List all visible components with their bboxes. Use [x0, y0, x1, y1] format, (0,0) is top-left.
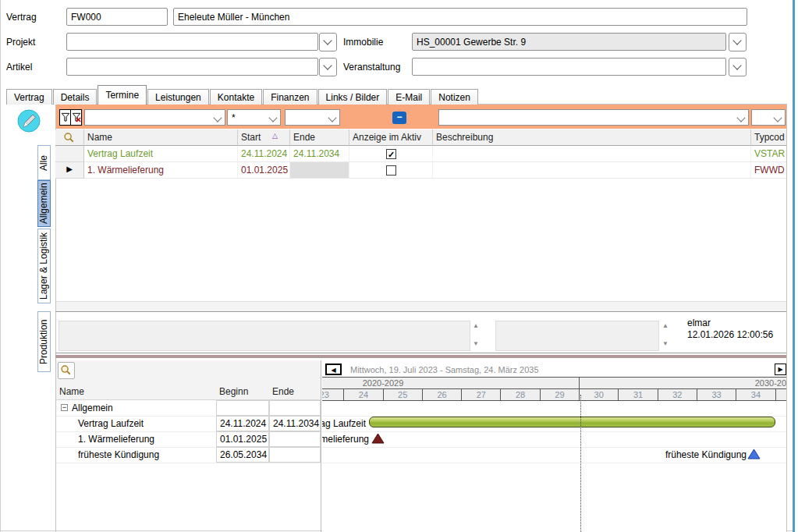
milestone-triangle-red-icon[interactable]: [371, 433, 385, 444]
edit-pencil-icon[interactable]: [17, 109, 41, 133]
tab-leistungen[interactable]: Leistungen: [147, 89, 209, 105]
grid-header-beschreibung[interactable]: Beschreibung: [433, 129, 751, 146]
grid-search-header[interactable]: [55, 129, 84, 146]
gantt-row-guide: [322, 463, 786, 463]
gantt-chart-area: Vertrag Laufzeit 1. Wärmelieferung frühe…: [322, 401, 786, 532]
sidebar-item-produktion[interactable]: Produktion: [37, 311, 51, 372]
spinner-up-icon[interactable]: ▲: [473, 323, 479, 329]
filter-apply-button[interactable]: [59, 109, 71, 126]
funnel-icon: [61, 112, 70, 123]
tab-links-bilder[interactable]: Links / Bilder: [318, 89, 388, 105]
sort-ascending-icon: △: [272, 132, 278, 140]
grid-header-anzeige[interactable]: Anzeige im Aktiv: [349, 129, 433, 146]
grid-cell-typcod[interactable]: FWWD: [751, 162, 786, 179]
funnel-x-icon: [72, 112, 81, 123]
grid-header-ende[interactable]: Ende: [290, 129, 349, 146]
gantt-milestone-label: früheste Kündigung: [591, 449, 747, 460]
tree-item-label[interactable]: früheste Kündigung: [78, 449, 159, 460]
grid-cell-typcod[interactable]: VSTAR: [751, 146, 786, 162]
grid-cell-beschreibung[interactable]: [433, 162, 751, 179]
filter-preset-combo[interactable]: [751, 109, 786, 126]
spinner-up-icon[interactable]: ▲: [662, 323, 669, 329]
grid-cell-start[interactable]: 24.11.2024: [238, 146, 290, 162]
timeline-decade-row: 2020-2029 2030-2039: [322, 377, 786, 388]
tab-vertrag[interactable]: Vertrag: [6, 89, 52, 105]
year-cell: 23: [322, 389, 344, 400]
veranstaltung-field[interactable]: [412, 58, 726, 76]
grid-cell-ende[interactable]: 24.11.2034: [290, 146, 349, 162]
filter-clear-button[interactable]: [70, 109, 82, 126]
timeline-range-title: Mittwoch, 19. Juli 2023 - Samstag, 24. M…: [350, 365, 539, 374]
tree-header-beginn[interactable]: Beginn: [219, 386, 248, 397]
chevron-down-icon: [732, 61, 741, 69]
chevron-down-icon: [736, 113, 745, 122]
tab-details[interactable]: Details: [53, 89, 98, 105]
sidebar-item-label: Allgemein: [38, 181, 50, 226]
tab-notizen[interactable]: Notizen: [431, 89, 478, 105]
filter-field-combo[interactable]: [84, 109, 225, 126]
artikel-field[interactable]: [66, 58, 318, 76]
tree-group-label[interactable]: Allgemein: [72, 403, 113, 413]
vertrag-label: Vertrag: [6, 12, 37, 23]
anzeige-checkbox[interactable]: [386, 165, 396, 176]
tree-header-ende[interactable]: Ende: [272, 386, 294, 397]
chevron-down-icon: [213, 113, 222, 122]
magnifier-icon: [60, 364, 72, 376]
tab-email[interactable]: E-Mail: [388, 89, 430, 105]
grid-cell-name[interactable]: Vertrag Laufzeit: [84, 146, 238, 162]
memo-field-2[interactable]: [495, 321, 659, 351]
anzeige-checkbox[interactable]: ✓: [386, 149, 396, 159]
chevron-down-icon: [773, 113, 782, 122]
year-cell: 30: [580, 389, 619, 400]
gantt-bar-vertrag-laufzeit[interactable]: [369, 417, 775, 427]
grid-cell-start[interactable]: 01.01.2025: [238, 162, 290, 179]
tab-finanzen[interactable]: Finanzen: [263, 89, 317, 105]
tree-item-label[interactable]: 1. Wärmelieferung: [78, 434, 154, 445]
tab-kontakte[interactable]: Kontakte: [210, 89, 262, 105]
sidebar-item-alle[interactable]: Alle: [37, 145, 51, 180]
immobilie-dropdown-button[interactable]: [729, 33, 747, 51]
tree-expander-icon[interactable]: −: [61, 404, 68, 411]
projekt-dropdown-button[interactable]: [319, 33, 337, 51]
remove-filter-button[interactable]: −: [392, 112, 406, 124]
grid-header-start[interactable]: Start: [238, 129, 290, 146]
artikel-dropdown-button[interactable]: [319, 58, 337, 76]
grid-cell-beschreibung[interactable]: [433, 146, 751, 162]
spinner-down-icon[interactable]: ▼: [473, 341, 479, 347]
gantt-splitter[interactable]: [321, 360, 321, 532]
row-selector-cell[interactable]: [55, 146, 84, 162]
grid-horizontal-scrollbar[interactable]: [56, 301, 786, 311]
grid-cell-name[interactable]: 1. Wärmelieferung: [84, 162, 238, 179]
filter-expression-combo[interactable]: [438, 109, 749, 126]
filter-operator-combo[interactable]: *: [227, 109, 281, 126]
sidebar-item-allgemein[interactable]: Allgemein: [37, 180, 51, 227]
milestone-triangle-blue-icon[interactable]: [747, 449, 761, 459]
veranstaltung-dropdown-button[interactable]: [729, 58, 747, 76]
year-cell: 31: [619, 389, 658, 400]
immobilie-field[interactable]: [412, 33, 726, 51]
memo-field-1[interactable]: [59, 321, 470, 351]
sidebar-item-label: Alle: [38, 146, 50, 179]
tree-item-label[interactable]: Vertrag Laufzeit: [78, 418, 144, 429]
chevron-down-icon: [323, 61, 332, 69]
grid-cell-ende-disabled: [290, 162, 349, 179]
tree-header-name[interactable]: Name: [59, 386, 84, 397]
timeline-scroll-left-button[interactable]: ◀: [325, 364, 342, 375]
spinner-down-icon[interactable]: ▼: [662, 341, 669, 347]
projekt-field[interactable]: [66, 33, 318, 51]
splitter-handle[interactable]: [55, 355, 786, 358]
timeline-scroll-right-button[interactable]: ▶: [775, 364, 786, 375]
filter-value-combo[interactable]: [285, 109, 340, 126]
vertrag-code-field[interactable]: [66, 8, 168, 26]
grid-header-typcod[interactable]: Typcod: [751, 129, 786, 146]
sidebar-item-label: Lager & Logistik: [38, 229, 50, 303]
row-selector-cell-current[interactable]: ▶: [55, 162, 84, 179]
gantt-search-button[interactable]: [58, 362, 75, 379]
audit-user: elmar: [687, 317, 711, 328]
vertrag-name-field[interactable]: [173, 8, 747, 26]
sidebar-item-lager-logistik[interactable]: Lager & Logistik: [37, 229, 51, 303]
tab-termine[interactable]: Termine: [98, 85, 147, 105]
tree-cell-ende: 24.11.2034: [269, 416, 321, 431]
grid-header-name[interactable]: Name: [84, 129, 238, 146]
year-cell: 35: [776, 389, 786, 400]
